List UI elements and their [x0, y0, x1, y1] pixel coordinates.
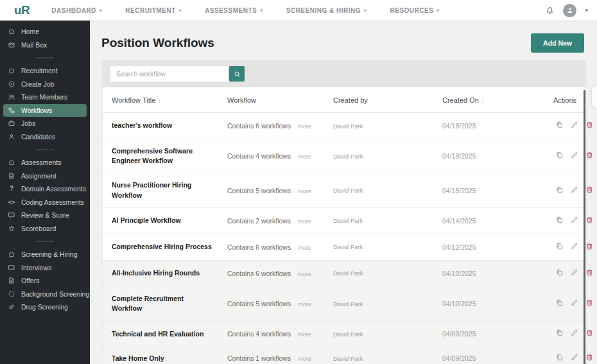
table-row: Comprehensive Hiring Process Contains 6 … [103, 234, 585, 260]
sidebar-item-review-score[interactable]: Review & Score [0, 209, 90, 222]
sidebar-item-workflows[interactable]: Workflows [3, 104, 87, 117]
sidebar-item-drug-screening[interactable]: Drug Screening [0, 300, 90, 314]
mail-icon [8, 41, 15, 49]
more-link[interactable]: more [298, 153, 311, 160]
delete-button[interactable] [585, 151, 594, 159]
duplicate-button[interactable] [555, 268, 564, 277]
duplicate-button[interactable] [555, 242, 564, 250]
more-link[interactable]: more [298, 331, 311, 338]
sidebar-item-label: Drug Screening [21, 303, 68, 311]
sidebar-item-label: Jobs [21, 119, 35, 127]
duplicate-button[interactable] [555, 216, 564, 224]
copy-icon [555, 121, 564, 129]
copy-icon [555, 151, 564, 159]
add-new-button[interactable]: Add New [531, 33, 584, 53]
nav-assessments[interactable]: ASSESSMENTS ▾ [205, 7, 263, 14]
duplicate-button[interactable] [555, 121, 564, 129]
edit-button[interactable] [570, 186, 578, 194]
pencil-icon [570, 353, 578, 361]
sidebar-item-interviews[interactable]: Interviews [0, 261, 90, 275]
nav-dashboard[interactable]: DASHBOARD ▾ [51, 7, 102, 14]
notification-bell-icon[interactable] [545, 6, 555, 15]
column-header-created-on[interactable]: Created On↕ [437, 87, 546, 113]
edit-button[interactable] [570, 216, 578, 224]
more-link[interactable]: more [298, 301, 311, 308]
edit-button[interactable] [570, 242, 578, 250]
delete-button[interactable] [585, 242, 594, 250]
chevron-down-icon: ▾ [260, 8, 263, 13]
duplicate-button[interactable] [555, 329, 564, 337]
more-link[interactable]: more [298, 188, 311, 195]
nav-resources[interactable]: RESOURCES ▾ [390, 7, 439, 14]
more-link[interactable]: more [298, 271, 311, 277]
workflow-summary: Contains 6 workflows [227, 243, 291, 251]
user-avatar[interactable] [563, 4, 576, 17]
duplicate-button[interactable] [555, 151, 564, 159]
briefcase-icon [8, 119, 15, 127]
home-icon [8, 250, 15, 258]
right-panel-toggle[interactable] [591, 85, 597, 108]
sidebar-item-mail-box[interactable]: Mail Box [0, 39, 90, 52]
created-by: David Park [328, 113, 437, 139]
more-link[interactable]: more [298, 245, 311, 251]
edit-button[interactable] [570, 353, 578, 361]
sidebar-item-recruitment[interactable]: Recruitment [0, 64, 90, 78]
pencil-icon [570, 186, 578, 194]
delete-button[interactable] [585, 268, 594, 277]
more-link[interactable]: more [298, 218, 311, 225]
top-navigation-bar: uR DASHBOARD ▾ RECRUITMENT ▾ ASSESSMENTS… [0, 0, 597, 21]
document-icon [8, 277, 15, 284]
column-header-workflow: Workflow [222, 87, 328, 113]
sidebar-item-scoreboard[interactable]: Scoreboard [0, 222, 90, 236]
workflow-icon [8, 107, 15, 114]
duplicate-button[interactable] [555, 186, 564, 194]
edit-button[interactable] [570, 268, 578, 277]
sidebar-item-create-job[interactable]: Create Job [0, 78, 90, 91]
edit-button[interactable] [570, 299, 578, 307]
sidebar-item-team-members[interactable]: Team Members [0, 91, 90, 104]
vertical-scrollbar[interactable] [584, 90, 585, 364]
duplicate-button[interactable] [555, 353, 564, 361]
sort-icon[interactable]: ↕ [158, 98, 161, 104]
workflows-card: Workflow Title↕ Workflow Created by Crea… [103, 60, 585, 364]
nav-label: ASSESSMENTS [205, 7, 257, 14]
delete-button[interactable] [585, 329, 594, 337]
search-input[interactable] [110, 66, 228, 82]
trash-icon [585, 329, 594, 337]
edit-button[interactable] [570, 151, 578, 159]
nav-recruitment[interactable]: RECRUITMENT ▾ [125, 7, 182, 14]
trash-icon [585, 186, 594, 194]
sidebar-item-jobs[interactable]: Jobs [0, 117, 90, 130]
sidebar-item-label: Background Screening [21, 290, 89, 298]
sidebar-item-offers[interactable]: Offers [0, 274, 90, 288]
more-link[interactable]: more [298, 356, 311, 362]
sort-icon[interactable]: ↕ [481, 98, 485, 104]
edit-button[interactable] [570, 329, 578, 337]
delete-button[interactable] [585, 121, 594, 129]
sidebar-item-assignment[interactable]: Assignment [0, 169, 90, 183]
sidebar-item-home[interactable]: Home [0, 25, 90, 39]
sidebar-item-background-screening[interactable]: Background Screening [0, 288, 90, 301]
app-logo[interactable]: uR [14, 3, 30, 17]
sidebar-item-screening-hiring[interactable]: Screening & Hiring [0, 248, 90, 261]
sidebar-item-coding-assessments[interactable]: <> Coding Assessments [0, 196, 90, 209]
workflow-title: Comprehensive Software Engineer Workflow [103, 139, 222, 173]
duplicate-button[interactable] [555, 299, 564, 307]
sidebar-item-assessments[interactable]: Assessments [0, 156, 90, 169]
nav-label: DASHBOARD [51, 7, 96, 14]
sidebar-item-candidates[interactable]: Candidates [0, 130, 90, 144]
table-row: Take Home Only Contains 1 workflowsmore … [103, 347, 585, 364]
more-link[interactable]: more [298, 123, 311, 130]
sidebar-item-label: Home [21, 28, 39, 35]
nav-screening-hiring[interactable]: SCREENING & HIRING ▾ [286, 7, 367, 14]
delete-button[interactable] [585, 216, 594, 224]
sidebar-item-domain-assessments[interactable]: ? Domain Assessments [0, 182, 90, 196]
delete-button[interactable] [585, 353, 594, 361]
delete-button[interactable] [585, 186, 594, 194]
column-header-workflow-title[interactable]: Workflow Title↕ [103, 87, 222, 113]
trash-icon [585, 299, 594, 307]
delete-button[interactable] [585, 299, 594, 307]
profile-menu-chevron-icon[interactable]: ▾ [585, 7, 588, 13]
edit-button[interactable] [570, 121, 578, 129]
search-button[interactable] [229, 66, 245, 82]
